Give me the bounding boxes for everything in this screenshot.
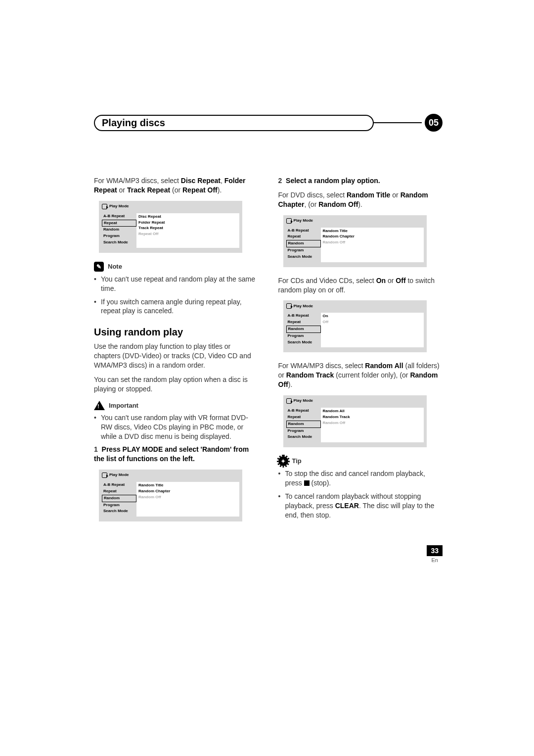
- menu-item: Repeat: [286, 319, 321, 326]
- menu-item: Program: [286, 247, 321, 254]
- menu-item: Repeat: [102, 488, 136, 495]
- note-label: Note: [108, 262, 122, 271]
- tip-item: To cancel random playback without stoppi…: [285, 492, 443, 520]
- menu-item: A-B Repeat: [102, 213, 136, 220]
- play-mode-menu-random-wma: Play Mode A-B Repeat Repeat Random Progr…: [283, 395, 427, 447]
- menu-item: A-B Repeat: [102, 482, 136, 488]
- tip-icon: ✦: [278, 456, 288, 466]
- cd-random-text: For CDs and Video CDs, select On or Off …: [278, 276, 443, 295]
- menu-option: Folder Repeat: [138, 220, 237, 226]
- chapter-header: Playing discs 05: [94, 114, 443, 132]
- menu-option-dim: Off: [323, 320, 422, 326]
- note-list: You can't use repeat and random play at …: [94, 275, 259, 316]
- page-language: En: [427, 557, 443, 563]
- menu-option: Random Track: [323, 415, 422, 421]
- menu-title: Play Mode: [294, 304, 313, 309]
- tip-callout: ✦ Tip: [278, 456, 443, 466]
- menu-title: Play Mode: [109, 472, 129, 478]
- tip-label: Tip: [292, 457, 302, 466]
- chapter-title: Playing discs: [94, 115, 374, 131]
- page-footer: 33 En: [427, 545, 443, 563]
- menu-item: A-B Repeat: [286, 228, 321, 234]
- note-item: You can't use repeat and random play at …: [101, 275, 259, 293]
- menu-item: Random: [102, 227, 136, 233]
- page-number: 33: [427, 545, 443, 556]
- menu-right-list: On Off: [321, 313, 424, 347]
- menu-right-list: Random Title Random Chapter Random Off: [321, 228, 424, 262]
- menu-left-list: A-B Repeat Repeat Random Program Search …: [286, 408, 321, 442]
- menu-item: Search Mode: [102, 239, 136, 246]
- menu-left-list: A-B Repeat Repeat Random Program Search …: [286, 313, 321, 347]
- menu-title: Play Mode: [294, 218, 313, 224]
- play-mode-icon: [286, 218, 292, 224]
- note-item: If you switch camera angle during repeat…: [101, 297, 259, 316]
- note-icon: ✎: [94, 262, 104, 272]
- menu-right-list: Random Title Random Chapter Random Off: [136, 482, 239, 517]
- header-rule: [373, 122, 422, 123]
- menu-item-selected: Random: [286, 326, 321, 333]
- wma-repeat-intro: For WMA/MP3 discs, select Disc Repeat, F…: [94, 176, 259, 195]
- menu-item-selected: Random: [102, 495, 136, 502]
- play-mode-menu-repeat-wma: Play Mode A-B Repeat Repeat Random Progr…: [99, 201, 242, 253]
- menu-left-list: A-B Repeat Repeat Random Program Search …: [102, 213, 136, 248]
- menu-option: Track Repeat: [138, 226, 237, 232]
- play-mode-menu-random-select: Play Mode A-B Repeat Repeat Random Progr…: [99, 470, 242, 521]
- menu-option: Random Chapter: [323, 234, 422, 240]
- menu-item: Search Mode: [102, 508, 136, 515]
- tip-item: To stop the disc and cancel random playb…: [285, 469, 443, 488]
- menu-left-list: A-B Repeat Repeat Random Program Search …: [286, 228, 321, 262]
- step-2-heading: 2 Select a random play option.: [278, 176, 443, 186]
- menu-item: Program: [286, 428, 321, 434]
- important-label: Important: [109, 401, 138, 410]
- menu-option: On: [323, 314, 422, 320]
- menu-title: Play Mode: [294, 398, 313, 404]
- menu-option: Disc Repeat: [138, 214, 237, 220]
- menu-option-dim: Repeat Off: [138, 232, 237, 237]
- menu-option: Random Chapter: [138, 489, 237, 495]
- dvd-random-text: For DVD discs, select Random Title or Ra…: [278, 190, 443, 209]
- play-mode-icon: [286, 398, 292, 404]
- menu-option-dim: Random Off: [323, 240, 422, 246]
- play-mode-icon: [102, 204, 107, 209]
- play-mode-menu-random-cd: Play Mode A-B Repeat Repeat Random Progr…: [283, 300, 427, 352]
- chapter-number: 05: [425, 114, 443, 132]
- right-column: 2 Select a random play option. For DVD d…: [278, 176, 443, 530]
- menu-right-list: Random All Random Track Random Off: [321, 408, 424, 442]
- important-list: You can't use random play with VR format…: [94, 413, 259, 441]
- play-mode-icon: [286, 303, 292, 309]
- menu-option-dim: Random Off: [323, 421, 422, 426]
- play-mode-menu-random-dvd: Play Mode A-B Repeat Repeat Random Progr…: [283, 215, 427, 267]
- menu-item: Program: [102, 502, 136, 509]
- important-icon: !: [94, 401, 105, 410]
- note-callout: ✎ Note: [94, 262, 259, 272]
- stop-icon: [304, 480, 310, 486]
- menu-item: A-B Repeat: [286, 408, 321, 414]
- menu-option: Random Title: [323, 229, 422, 235]
- wma-random-text: For WMA/MP3 discs, select Random All (al…: [278, 361, 443, 389]
- menu-item-selected: Random: [286, 421, 321, 428]
- menu-item-selected: Repeat: [102, 220, 136, 227]
- step-1: 1 Press PLAY MODE and select 'Random' fr…: [94, 445, 259, 464]
- menu-item: Search Mode: [286, 339, 321, 346]
- important-callout: ! Important: [94, 401, 259, 410]
- menu-item: A-B Repeat: [286, 313, 321, 319]
- menu-option: Random All: [323, 409, 422, 415]
- section-heading: Using random play: [94, 326, 259, 339]
- menu-right-list: Disc Repeat Folder Repeat Track Repeat R…: [136, 213, 239, 248]
- menu-item: Repeat: [286, 234, 321, 240]
- menu-item: Search Mode: [286, 254, 321, 260]
- menu-title: Play Mode: [109, 204, 129, 209]
- menu-item: Search Mode: [286, 434, 321, 440]
- left-column: For WMA/MP3 discs, select Disc Repeat, F…: [94, 176, 259, 530]
- menu-item: Program: [286, 333, 321, 339]
- menu-item: Repeat: [286, 414, 321, 421]
- menu-left-list: A-B Repeat Repeat Random Program Search …: [102, 482, 136, 517]
- menu-item: Program: [102, 233, 136, 239]
- menu-item-selected: Random: [286, 240, 321, 247]
- tip-list: To stop the disc and cancel random playb…: [278, 469, 443, 520]
- menu-option: Random Title: [138, 483, 237, 489]
- random-intro-1: Use the random play function to play tit…: [94, 342, 259, 370]
- random-intro-2: You can set the random play option when …: [94, 375, 259, 394]
- play-mode-icon: [102, 472, 107, 478]
- important-item: You can't use random play with VR format…: [101, 413, 259, 441]
